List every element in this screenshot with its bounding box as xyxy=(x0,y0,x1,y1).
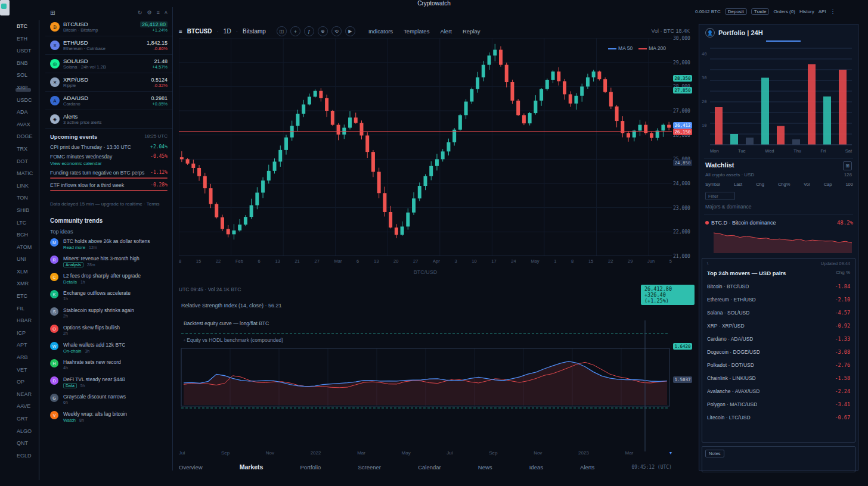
column-header[interactable]: 100 xyxy=(845,182,853,187)
chart-tool-icon[interactable]: ƒ xyxy=(304,26,314,36)
table-row[interactable]: Avalanche · AVAX/USD-2.24 xyxy=(702,385,855,398)
rail-ticker[interactable]: QNT xyxy=(17,437,39,450)
news-link[interactable]: Details xyxy=(63,279,77,285)
table-row[interactable]: XRP · XRP/USD-0.92 xyxy=(702,319,855,332)
watchlist-row[interactable]: ΞETH/USDEthereum · Coinbase1,842.15-0.86… xyxy=(45,36,172,55)
rail-ticker[interactable]: ETH xyxy=(17,33,39,45)
menu-icon[interactable]: ≡ xyxy=(179,28,182,35)
candlestick-chart[interactable] xyxy=(179,38,672,256)
rail-ticker[interactable]: USDC xyxy=(17,94,39,107)
table-row[interactable]: Bitcoin · BTC/USD-1.84 xyxy=(702,280,855,293)
watchlist-row[interactable]: ◎SOL/USDSolana · 24h vol 1.2B21.48+4.57% xyxy=(45,55,172,73)
caret-down-icon[interactable]: ▾ xyxy=(669,450,672,456)
rail-ticker[interactable]: USDT xyxy=(17,45,39,57)
news-chip[interactable]: Data xyxy=(63,383,77,388)
news-item[interactable]: DDeFi TVL steady near $44BData5h xyxy=(45,374,172,391)
table-row[interactable]: Litecoin · LTC/USD-0.67 xyxy=(702,411,855,424)
event-item[interactable]: FOMC minutes Wednesday-0.45%View economi… xyxy=(45,152,172,168)
column-header[interactable]: Cap xyxy=(824,182,832,187)
news-chip[interactable]: Analysis xyxy=(63,262,83,267)
rail-ticker[interactable]: BNB xyxy=(17,57,39,70)
rail-ticker[interactable]: UNI xyxy=(17,253,39,266)
column-header[interactable]: Vol xyxy=(804,182,810,187)
chart-tool-icon[interactable]: ⟲ xyxy=(331,26,342,36)
news-item[interactable]: WWhale wallets add 12k BTCOn-chain3h xyxy=(45,339,172,357)
bottom-nav-item[interactable]: Calendar xyxy=(418,464,441,471)
rail-ticker[interactable]: TRX xyxy=(17,143,39,155)
chart-tool-button[interactable]: Replay xyxy=(460,27,483,36)
rail-ticker[interactable]: ARB xyxy=(17,351,39,364)
symbol-label[interactable]: BTCUSD xyxy=(187,28,212,35)
bottom-nav-item[interactable]: Screener xyxy=(358,464,381,471)
time-axis[interactable]: 81522Feb6132127Mar6132027Apr3101724May18… xyxy=(179,258,672,264)
toolbar-icon[interactable]: ˄ xyxy=(165,10,168,15)
news-item[interactable]: KExchange outflows accelerate1h xyxy=(45,288,172,305)
indicator-pane-header[interactable]: Relative Strength Index (14, close) · 56… xyxy=(181,303,282,309)
toolbar-icon[interactable]: ≡ xyxy=(156,10,159,15)
bottom-nav-item[interactable]: Markets xyxy=(240,463,264,471)
chart-tool-icon[interactable]: ◫ xyxy=(277,26,287,36)
chart-tool-button[interactable]: Alert xyxy=(438,27,454,36)
account-tab[interactable]: History xyxy=(799,9,814,14)
column-header[interactable]: Symbol xyxy=(705,182,720,187)
bottom-nav-item[interactable]: News xyxy=(478,464,492,471)
bottom-nav-item[interactable]: Ideas xyxy=(529,464,543,471)
rail-ticker[interactable]: NEAR xyxy=(17,388,39,401)
rail-ticker[interactable]: ICP xyxy=(17,327,39,339)
event-link[interactable]: View economic calendar xyxy=(50,161,168,166)
rail-ticker[interactable]: GRT xyxy=(17,413,39,425)
table-row[interactable]: Cardano · ADA/USD-1.33 xyxy=(702,332,855,345)
bottom-nav-item[interactable]: Alerts xyxy=(580,464,594,471)
rail-ticker[interactable]: APT xyxy=(17,339,39,351)
rail-ticker[interactable]: BTC xyxy=(17,20,39,33)
account-tab[interactable]: API xyxy=(819,9,826,14)
grid-icon[interactable]: ⊞ xyxy=(50,10,55,16)
news-item[interactable]: HHashrate sets new record4h xyxy=(45,357,172,374)
rail-ticker[interactable]: MATIC xyxy=(17,167,39,180)
event-item[interactable]: CPI print due Thursday · 13:30 UTC+2.04% xyxy=(45,142,172,152)
timeframe-button[interactable]: 1D xyxy=(224,28,231,35)
notes-box[interactable]: Notes xyxy=(702,446,855,472)
watchlist-row[interactable]: ✕XRP/USDRipple0.5124-0.32% xyxy=(45,73,172,92)
activity-bar-chart[interactable] xyxy=(710,46,852,147)
price-tag[interactable]: 24,850 xyxy=(673,160,692,166)
legend-entry[interactable]: MA 200 xyxy=(638,45,666,51)
chart-tool-icon[interactable]: ▶ xyxy=(345,26,355,36)
chart-tool-icon[interactable]: ＋ xyxy=(290,26,300,36)
upgrade-link[interactable]: Data delayed 15 min — upgrade to realtim… xyxy=(45,193,172,207)
rail-ticker[interactable]: XMR xyxy=(17,278,39,290)
table-row[interactable]: Polygon · MATIC/USD-3.41 xyxy=(702,398,855,411)
rail-ticker[interactable]: SHIB xyxy=(17,204,39,217)
account-tab[interactable]: ⋮ xyxy=(830,9,835,14)
news-item[interactable]: CL2 fees drop sharply after upgradeDetai… xyxy=(45,270,172,288)
rail-ticker[interactable]: SOL xyxy=(17,69,39,82)
table-row[interactable]: Dogecoin · DOGE/USD-3.08 xyxy=(702,345,855,359)
rail-ticker[interactable]: BCH xyxy=(17,229,39,241)
bottom-nav-item[interactable]: Portfolio xyxy=(300,464,321,471)
dominance-row[interactable]: BTC.D · Bitcoin dominance 48.2% xyxy=(705,220,853,226)
rail-ticker[interactable]: EGLD xyxy=(17,450,39,462)
rail-ticker[interactable]: AAVE xyxy=(17,400,39,413)
rail-ticker[interactable]: XLM xyxy=(17,266,39,278)
toolbar-icon[interactable]: ⚙ xyxy=(147,10,151,15)
chart-tool-icon[interactable]: ⊕ xyxy=(318,26,328,36)
account-tab[interactable]: Trade xyxy=(751,8,770,15)
rail-ticker[interactable]: LINK xyxy=(17,180,39,192)
account-tab[interactable]: Deposit xyxy=(725,8,747,15)
price-tag[interactable]: 26,412 xyxy=(673,122,692,129)
news-item[interactable]: RMiners' revenue hits 3-month highAnalys… xyxy=(45,253,172,270)
rail-ticker[interactable]: AVAX xyxy=(17,119,39,131)
watchlist-row[interactable]: AADA/USDCardano0.2981+0.85% xyxy=(45,92,172,110)
table-row[interactable]: Solana · SOL/USD-4.57 xyxy=(702,306,855,319)
price-axis[interactable]: 30,00029,00028,00027,00026,00025,00024,0… xyxy=(673,38,693,256)
column-header[interactable]: Last xyxy=(734,182,742,187)
price-tag[interactable]: 27,850 xyxy=(673,87,692,94)
news-item[interactable]: GGrayscale discount narrows6h xyxy=(45,391,172,409)
user-avatar[interactable]: 👤 xyxy=(705,28,715,38)
news-item[interactable]: OOptions skew flips bullish2h xyxy=(45,322,172,339)
rail-ticker[interactable]: TON xyxy=(17,192,39,204)
event-item[interactable]: Funding rates turn negative on BTC perps… xyxy=(45,168,172,180)
lower-time-axis[interactable]: JulSepNov2022MarMayJulSepNov2023Mar▾ xyxy=(179,450,672,456)
rail-ticker[interactable]: DOT xyxy=(17,155,39,168)
watchlist-row[interactable]: ₿BTC/USDBitcoin · Bitstamp26,412.80+1.24… xyxy=(45,18,172,36)
